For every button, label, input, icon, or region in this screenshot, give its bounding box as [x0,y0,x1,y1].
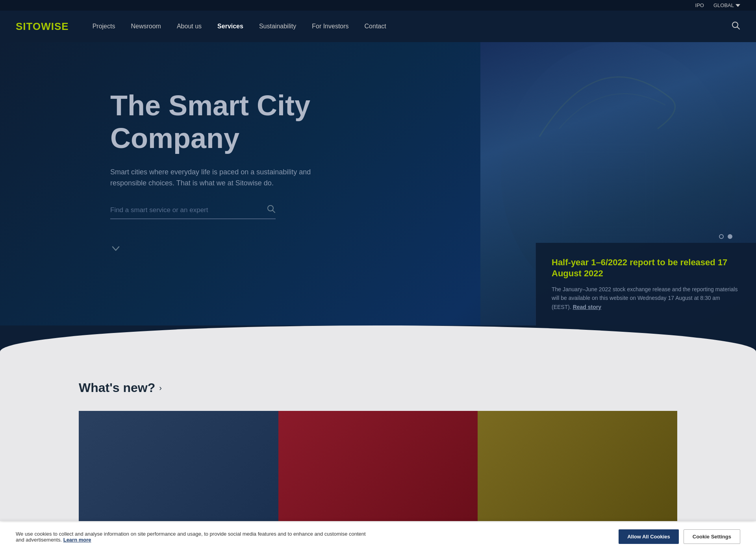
news-card: Half-year 1–6/2022 report to be released… [536,243,756,325]
navbar: SITOWISE Projects Newsroom About us Serv… [0,11,756,42]
nav-search-icon[interactable] [732,21,740,32]
news-item-1[interactable] [79,411,278,521]
hero-bottom-transition [0,325,756,357]
hero-content: The Smart City Company Smart cities wher… [110,89,378,256]
nav-link-contact[interactable]: Contact [365,23,386,30]
cookie-text: We use cookies to collect and analyse in… [16,531,370,543]
allow-all-cookies-button[interactable]: Allow All Cookies [619,529,679,544]
svg-line-8 [273,211,275,213]
hero-section: The Smart City Company Smart cities wher… [0,42,756,325]
hero-search-submit-icon[interactable] [267,205,276,215]
whats-new-title: What's new? [79,381,155,395]
news-card-read-more[interactable]: Read story [573,304,601,310]
nav-link-investors[interactable]: For Investors [312,23,348,30]
nav-links: Projects Newsroom About us Services Sust… [93,23,732,30]
news-item-2[interactable] [278,411,478,521]
news-card-body: The January–June 2022 stock exchange rel… [552,285,740,311]
news-cards-row [79,411,677,521]
logo[interactable]: SITOWISE [16,20,69,33]
hero-title: The Smart City Company [110,89,378,155]
slide-dot-1[interactable] [719,234,724,239]
chevron-down-icon [736,3,740,8]
nav-link-projects[interactable]: Projects [93,23,115,30]
ipo-link[interactable]: IPO [695,2,704,8]
nav-link-services[interactable]: Services [217,23,243,30]
slide-dot-2[interactable] [728,234,732,239]
nav-link-sustainability[interactable]: Sustainability [259,23,296,30]
global-label: GLOBAL [713,2,734,8]
scroll-down-chevron[interactable] [110,243,378,256]
news-item-3[interactable] [478,411,677,521]
global-selector[interactable]: GLOBAL [713,2,740,8]
whats-new-header: What's new? › [79,381,677,395]
hero-search-bar [110,205,276,219]
nav-link-about[interactable]: About us [177,23,202,30]
cookie-learn-more[interactable]: Learn more [63,537,91,543]
logo-text: SITOWISE [16,20,69,33]
cookie-settings-button[interactable]: Cookie Settings [684,529,740,544]
news-card-title: Half-year 1–6/2022 report to be released… [552,257,740,279]
top-bar: IPO GLOBAL [0,0,756,11]
hero-search-input[interactable] [110,206,263,214]
slide-indicators [719,234,732,239]
whats-new-arrow[interactable]: › [159,383,162,392]
cookie-banner: We use cookies to collect and analyse in… [0,522,756,551]
nav-link-newsroom[interactable]: Newsroom [131,23,161,30]
whats-new-section: What's new? › [0,357,756,521]
svg-line-1 [737,27,740,29]
cookie-buttons: Allow All Cookies Cookie Settings [619,529,740,544]
hero-subtitle: Smart cities where everyday life is pace… [110,166,315,189]
